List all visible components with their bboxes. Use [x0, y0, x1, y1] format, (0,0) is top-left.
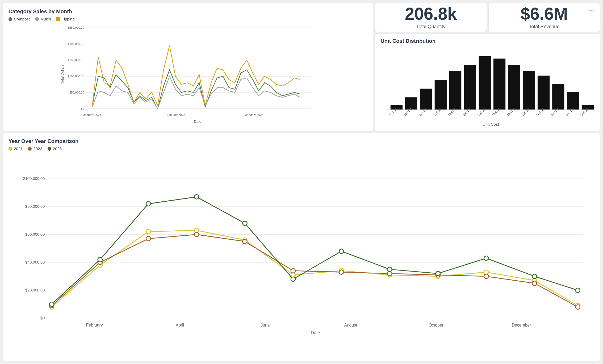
svg-point-98: [436, 271, 440, 276]
svg-text:October: October: [429, 323, 443, 327]
label-2022: 2022: [33, 146, 42, 151]
svg-text:$0: $0: [81, 107, 84, 110]
svg-text:$80,000.00: $80,000.00: [25, 204, 45, 209]
label-2021: 2021: [14, 146, 23, 151]
svg-point-94: [243, 221, 247, 226]
svg-point-83: [291, 269, 295, 273]
yoy-chart: $100,000.00 $80,000.00 $60,000.00 $40,00…: [9, 153, 594, 355]
svg-point-90: [49, 302, 54, 307]
svg-text:Date: Date: [194, 120, 201, 124]
legend-2023: 2023: [48, 146, 62, 151]
svg-text:$100,000.00: $100,000.00: [23, 176, 45, 181]
svg-point-82: [243, 239, 247, 244]
svg-text:August: August: [344, 323, 357, 327]
svg-point-100: [532, 274, 537, 279]
legend-tipping: Tipping: [56, 17, 75, 21]
compost-dot: [9, 17, 12, 21]
yoy-panel: Year Over Year Comparison 2021 2022 2023…: [3, 133, 600, 361]
right-panel: 206.8k Total Quantity ··· $6.6M Total Re…: [375, 3, 600, 131]
yoy-legend: 2021 2022 2023: [9, 146, 594, 151]
svg-text:April: April: [176, 323, 184, 327]
svg-text:$50,000.00: $50,000.00: [69, 91, 84, 94]
svg-rect-27: [538, 76, 550, 110]
kpi-quantity-label: Total Quantity: [416, 24, 446, 29]
svg-text:$20,000.00: $20,000.00: [25, 288, 45, 292]
legend-mulch-label: Mulch: [40, 17, 51, 21]
svg-rect-26: [523, 71, 535, 110]
kpi-quantity-value: 206.8k: [405, 5, 457, 22]
kpi-revenue: ··· $6.6M Total Revenue: [489, 3, 600, 32]
svg-point-96: [339, 249, 344, 253]
svg-text:$250,000.00: $250,000.00: [68, 26, 84, 29]
kpi-revenue-value: $6.6M: [521, 5, 568, 22]
svg-rect-25: [508, 65, 520, 110]
legend-tipping-label: Tipping: [62, 17, 75, 21]
svg-point-91: [98, 257, 102, 262]
bottom-row: Year Over Year Comparison 2021 2022 2023…: [3, 133, 600, 361]
category-sales-chart: Total Dollars $250,000.00 $200,000.00 $1…: [9, 23, 368, 125]
svg-point-81: [194, 232, 199, 237]
dot-2023: [48, 147, 51, 151]
svg-point-88: [532, 281, 537, 286]
more-icon[interactable]: ···: [589, 7, 595, 14]
svg-rect-21: [449, 71, 461, 110]
svg-rect-20: [435, 80, 447, 110]
distribution-panel: Unit Cost Distribution: [375, 34, 600, 131]
svg-text:$60,000.00: $60,000.00: [25, 232, 45, 236]
label-2023: 2023: [53, 146, 62, 151]
legend-2021: 2021: [9, 146, 23, 151]
svg-text:January 2023: January 2023: [245, 113, 263, 116]
svg-text:December: December: [512, 323, 531, 327]
distribution-title: Unit Cost Distribution: [380, 38, 594, 44]
svg-text:$100,000.00: $100,000.00: [68, 75, 84, 78]
svg-point-99: [484, 256, 488, 260]
svg-text:$200,000.00: $200,000.00: [68, 42, 84, 45]
svg-text:Total Dollars: Total Dollars: [60, 64, 64, 84]
svg-point-95: [291, 277, 295, 281]
category-sales-legend: Compost Mulch Tipping: [9, 17, 368, 21]
svg-rect-23: [479, 56, 491, 110]
svg-point-101: [576, 288, 580, 293]
dot-2022: [28, 147, 32, 151]
svg-rect-24: [493, 59, 505, 110]
svg-rect-29: [567, 92, 579, 110]
svg-rect-18: [405, 98, 417, 110]
legend-2022: 2022: [28, 146, 42, 151]
kpi-revenue-label: Total Revenue: [529, 24, 559, 29]
tipping-dot: [56, 17, 60, 21]
legend-mulch: Mulch: [35, 17, 51, 21]
svg-text:$150,000.00: $150,000.00: [68, 58, 84, 62]
svg-text:June: June: [261, 323, 270, 327]
svg-point-80: [146, 236, 150, 241]
svg-text:January 2021: January 2021: [83, 113, 101, 116]
yoy-title: Year Over Year Comparison: [9, 138, 594, 144]
legend-compost: Compost: [9, 17, 30, 21]
legend-compost-label: Compost: [14, 17, 30, 21]
svg-text:January 2022: January 2022: [167, 113, 185, 116]
svg-rect-22: [464, 65, 476, 110]
svg-text:February: February: [86, 323, 103, 327]
svg-text:$40,000.00: $40,000.00: [25, 260, 45, 264]
kpi-row: 206.8k Total Quantity ··· $6.6M Total Re…: [375, 3, 600, 32]
svg-point-87: [484, 274, 488, 279]
svg-rect-19: [420, 89, 432, 110]
svg-point-89: [576, 305, 580, 309]
svg-text:$0: $0: [40, 316, 45, 320]
svg-text:Date: Date: [311, 330, 320, 335]
svg-point-68: [146, 230, 150, 234]
svg-point-97: [387, 267, 392, 272]
svg-rect-28: [552, 84, 564, 110]
svg-text:Unit Cost: Unit Cost: [483, 122, 499, 126]
svg-point-84: [339, 270, 344, 274]
category-sales-title: Category Sales by Month: [9, 9, 368, 15]
mulch-dot: [35, 17, 39, 21]
category-sales-panel: Category Sales by Month Compost Mulch Ti…: [3, 3, 373, 131]
kpi-quantity: 206.8k Total Quantity: [375, 3, 486, 32]
svg-point-92: [146, 202, 150, 206]
dot-2021: [9, 147, 12, 151]
svg-point-93: [194, 194, 199, 199]
distribution-chart: $20.00 $22.00 $24.00 $26.00 $28.00 $30.0…: [380, 46, 594, 126]
